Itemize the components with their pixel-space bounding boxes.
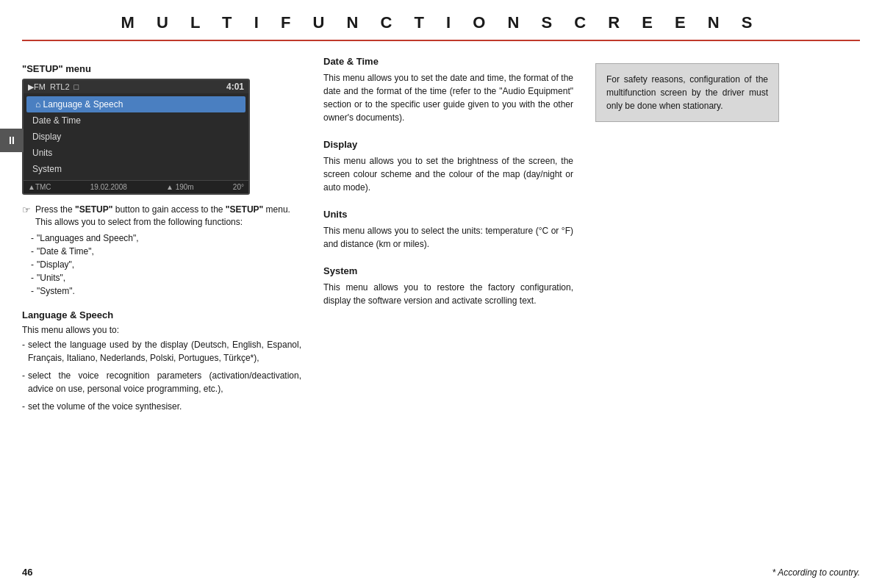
screen-radio-info: ▶FM RTL2 □ <box>28 82 79 92</box>
screen-mockup: ▶FM RTL2 □ 4:01 ⌂ Language & Speech Date… <box>22 79 250 195</box>
language-section: Language & Speech This menu allows you t… <box>22 309 301 413</box>
dash-item-5: -"System". <box>31 284 301 298</box>
screen-menu-item-datetime: Date & Time <box>24 112 248 129</box>
left-column: "SETUP" menu ▶FM RTL2 □ 4:01 ⌂ Language … <box>22 56 316 570</box>
dash-sym-2: - <box>22 369 25 395</box>
dash-sym-1: - <box>22 338 25 365</box>
system-title: System <box>323 265 573 276</box>
units-title: Units <box>323 209 573 220</box>
screen-menu: ⌂ Language & Speech Date & Time Display … <box>24 93 248 180</box>
language-sub-list: - select the language used by the displa… <box>22 338 301 413</box>
setup-section-title: "SETUP" menu <box>22 63 301 74</box>
setup-dash-list: -"Languages and Speech", -"Date & Time",… <box>31 232 301 298</box>
lang-text-1: select the language used by the display … <box>28 338 301 365</box>
screen-time: 4:01 <box>226 82 244 92</box>
setup-bold2: "SETUP" <box>226 204 263 215</box>
language-intro: This menu allows you to: <box>22 325 301 335</box>
footer-note: * According to country. <box>772 567 860 578</box>
setup-bullet-text: Press the "SETUP" button to gain access … <box>35 204 301 229</box>
display-section: Display This menu allows you to set the … <box>323 139 573 194</box>
date-time-title: Date & Time <box>323 56 573 67</box>
language-section-title: Language & Speech <box>22 309 301 320</box>
safety-notice-text: For safety reasons, configuration of the… <box>606 74 768 111</box>
page-title: M U L T I F U N C T I O N S C R E E N S <box>66 13 816 32</box>
screen-menu-item-units: Units <box>24 145 248 161</box>
setup-bullet-item: ☞ Press the "SETUP" button to gain acces… <box>22 204 301 229</box>
lang-item-1: - select the language used by the displa… <box>22 338 301 365</box>
dash-item-1: -"Languages and Speech", <box>31 232 301 245</box>
right-column: For safety reasons, configuration of the… <box>588 56 779 570</box>
dash-label-4: "Units", <box>37 271 65 284</box>
display-title: Display <box>323 139 573 150</box>
date-time-text: This menu allows you to set the date and… <box>323 71 573 124</box>
screen-temp: 20° <box>233 183 244 191</box>
display-text: This menu allows you to set the brightne… <box>323 154 573 194</box>
units-section: Units This menu allows you to select the… <box>323 209 573 251</box>
screen-menu-item-language: ⌂ Language & Speech <box>26 96 245 112</box>
lang-text-2: select the voice recognition parameters … <box>28 369 301 395</box>
screen-date: 19.02.2008 <box>90 183 127 191</box>
dash-item-3: -"Display", <box>31 258 301 271</box>
setup-bold1: "SETUP" <box>75 204 112 215</box>
safety-notice-box: For safety reasons, configuration of the… <box>595 63 779 122</box>
screen-bottom-bar: ▲TMC 19.02.2008 ▲ 190m 20° <box>24 180 248 193</box>
screen-top-bar: ▶FM RTL2 □ 4:01 <box>24 80 248 93</box>
screen-radio-band: ▶FM <box>28 82 46 92</box>
setup-bullet-section: ☞ Press the "SETUP" button to gain acces… <box>22 204 301 298</box>
screen-station: RTL2 <box>50 82 70 91</box>
dash-item-4: -"Units", <box>31 271 301 284</box>
screen-menu-item-display: Display <box>24 129 248 145</box>
lang-item-2: - select the voice recognition parameter… <box>22 369 301 395</box>
lang-item-3: - set the volume of the voice synthesise… <box>22 400 301 413</box>
dash-sym-3: - <box>22 400 25 413</box>
system-section: System This menu allows you to restore t… <box>323 265 573 307</box>
mid-column: Date & Time This menu allows you to set … <box>316 56 588 570</box>
screen-distance: ▲ 190m <box>166 183 194 191</box>
screen-tmc: ▲TMC <box>28 183 51 191</box>
screen-menu-item-system: System <box>24 161 248 177</box>
dash-label-3: "Display", <box>37 258 74 271</box>
units-text: This menu allows you to select the units… <box>323 224 573 251</box>
bullet-symbol: ☞ <box>22 204 31 229</box>
date-time-section: Date & Time This menu allows you to set … <box>323 56 573 124</box>
screen-icon: □ <box>74 82 79 91</box>
page-number: 46 <box>22 567 32 578</box>
lang-text-3: set the volume of the voice synthesiser. <box>28 400 182 413</box>
dash-label-1: "Languages and Speech", <box>37 232 139 245</box>
dash-label-2: "Date & Time", <box>37 245 94 258</box>
dash-item-2: -"Date & Time", <box>31 245 301 258</box>
roman-numeral-tab: II <box>0 129 24 152</box>
system-text: This menu allows you to restore the fact… <box>323 281 573 307</box>
page-header: M U L T I F U N C T I O N S C R E E N S <box>22 0 860 41</box>
dash-label-5: "System". <box>37 284 75 298</box>
